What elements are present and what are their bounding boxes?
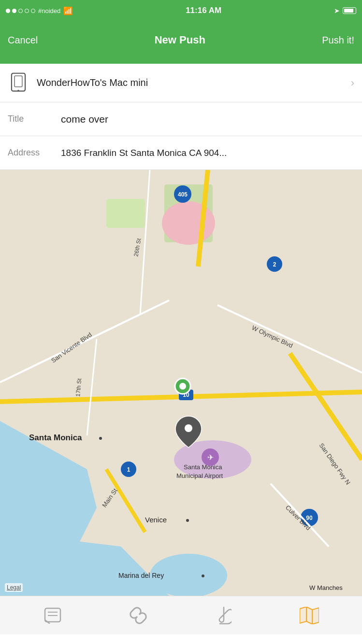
- title-row: Title come over: [0, 102, 362, 136]
- svg-text:1: 1: [127, 466, 130, 473]
- dot-4: [25, 9, 29, 13]
- svg-point-2: [17, 90, 19, 92]
- title-label: Title: [8, 114, 61, 124]
- push-button[interactable]: Push it!: [322, 35, 354, 46]
- dot-2: [12, 9, 16, 13]
- svg-point-42: [99, 437, 102, 440]
- nav-title: New Push: [155, 34, 205, 46]
- status-time: 11:16 AM: [186, 6, 221, 15]
- map-area[interactable]: 405 10 2 1 90 San Vicente Blvd: [0, 170, 362, 596]
- signal-dots: [6, 9, 35, 13]
- tab-note[interactable]: [33, 602, 72, 629]
- note-icon: [44, 607, 61, 624]
- link-icon: [129, 606, 147, 625]
- map-legal-link[interactable]: Legal: [5, 583, 23, 592]
- status-left: #noided 📶: [6, 6, 73, 15]
- chevron-right-icon: ›: [351, 77, 354, 89]
- device-name: WonderHowTo's Mac mini: [37, 77, 351, 88]
- svg-text:W Manches: W Manches: [309, 584, 343, 591]
- svg-text:90: 90: [306, 515, 313, 521]
- tab-attachment[interactable]: [204, 602, 243, 629]
- location-icon: ➤: [334, 7, 340, 14]
- svg-text:2: 2: [273, 261, 276, 268]
- svg-text:Municipal Airport: Municipal Airport: [176, 472, 223, 479]
- svg-point-46: [202, 574, 204, 577]
- svg-text:Venice: Venice: [145, 516, 167, 524]
- map-container: 405 10 2 1 90 San Vicente Blvd: [0, 170, 362, 596]
- svg-marker-56: [300, 607, 319, 624]
- cancel-button[interactable]: Cancel: [8, 35, 38, 46]
- address-row: Address 1836 Franklin St Santa Monica CA…: [0, 136, 362, 170]
- battery-icon: [343, 7, 356, 14]
- svg-text:Marina del Rey: Marina del Rey: [118, 572, 164, 579]
- tab-link[interactable]: [119, 602, 158, 629]
- svg-point-49: [179, 383, 186, 390]
- svg-text:Santa Monica: Santa Monica: [184, 463, 222, 471]
- nav-bar: Cancel New Push Push it!: [0, 21, 362, 64]
- device-icon: [8, 72, 29, 94]
- device-row[interactable]: WonderHowTo's Mac mini ›: [0, 64, 362, 102]
- tab-map[interactable]: [290, 602, 329, 629]
- status-right: ➤: [334, 7, 356, 14]
- carrier-label: #noided: [38, 7, 60, 14]
- svg-point-9: [162, 201, 215, 245]
- map-svg: 405 10 2 1 90 San Vicente Blvd: [0, 170, 362, 596]
- attachment-icon: [216, 606, 232, 625]
- svg-text:405: 405: [178, 191, 188, 198]
- svg-text:✈: ✈: [207, 453, 214, 462]
- svg-text:Santa Monica: Santa Monica: [29, 433, 82, 442]
- title-value[interactable]: come over: [61, 113, 354, 125]
- svg-point-51: [185, 424, 192, 432]
- dot-1: [6, 9, 10, 13]
- mac-mini-icon: [10, 72, 27, 94]
- dot-5: [31, 9, 35, 13]
- tab-bar: [0, 596, 362, 634]
- wifi-icon: 📶: [63, 6, 73, 15]
- address-label: Address: [8, 148, 61, 158]
- svg-rect-1: [14, 76, 22, 87]
- status-bar: #noided 📶 11:16 AM ➤: [0, 0, 362, 21]
- svg-point-44: [186, 519, 189, 522]
- map-tab-icon: [300, 607, 319, 624]
- svg-rect-8: [106, 199, 145, 228]
- battery-fill: [344, 9, 353, 13]
- dot-3: [18, 9, 23, 13]
- address-value[interactable]: 1836 Franklin St Santa Monica CA 904...: [61, 148, 354, 158]
